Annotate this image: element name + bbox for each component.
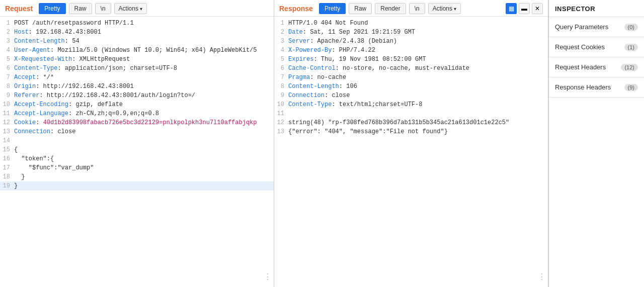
- line-number: 7: [274, 73, 288, 82]
- line-number: 18: [0, 172, 14, 181]
- response-n-btn[interactable]: \n: [409, 3, 425, 14]
- code-line: 10Accept-Encoding: gzip, deflate: [0, 100, 274, 109]
- response-render-btn[interactable]: Render: [375, 3, 406, 14]
- code-line: 1POST /auth/resetpassword HTTP/1.1: [0, 19, 274, 28]
- inspector-panel: INSPECTOR Query Parameters(0)Request Coo…: [548, 0, 644, 287]
- response-actions-btn[interactable]: Actions ▾: [428, 3, 461, 14]
- code-line: 13Connection: close: [0, 127, 274, 136]
- code-line: 13{"error": "404", "message":"File not f…: [274, 127, 548, 136]
- request-header: Request Pretty Raw \n Actions ▾: [0, 0, 274, 17]
- request-raw-btn[interactable]: Raw: [69, 3, 92, 14]
- inspector-item[interactable]: Query Parameters(0): [549, 17, 644, 37]
- code-line: 1HTTP/1.0 404 Not Found: [274, 19, 548, 28]
- line-content: Content-Length: [14, 37, 65, 46]
- line-content: : gzip, deflate: [68, 100, 123, 109]
- line-content: : 192.168.42.43:8001: [29, 28, 101, 37]
- code-line: 19}: [0, 181, 274, 190]
- code-line: 12string(48) "rp-f308fed768b396d7ab131b5…: [274, 118, 548, 127]
- line-content: : close: [50, 127, 75, 136]
- line-content: 40d1b2d83998fabacb726e5bc3d22129=pnlkpol…: [43, 118, 257, 127]
- code-line: 4X-Powered-By: PHP/7.4.22: [274, 46, 548, 55]
- chevron-down-icon: ▾: [140, 6, 142, 12]
- line-content: :: [36, 118, 43, 127]
- line-content: : close: [325, 91, 350, 100]
- response-code-area[interactable]: 1HTTP/1.0 404 Not Found2Date: Sat, 11 Se…: [274, 17, 548, 287]
- line-content: Accept-Encoding: [14, 100, 68, 109]
- request-pretty-btn[interactable]: Pretty: [39, 3, 65, 14]
- code-line: 10Content-Type: text/html;charset=UTF-8: [274, 100, 548, 109]
- inspector-item[interactable]: Response Headers(9): [549, 77, 644, 98]
- line-number: 6: [0, 64, 14, 73]
- line-content: Date: [288, 28, 303, 37]
- line-number: 3: [0, 37, 14, 46]
- line-number: 4: [274, 46, 288, 55]
- inspector-item[interactable]: Request Headers(12): [549, 57, 644, 77]
- line-number: 11: [274, 109, 288, 118]
- code-line: 11: [274, 109, 548, 118]
- request-n-btn[interactable]: \n: [95, 3, 111, 14]
- response-title: Response: [279, 5, 313, 13]
- line-number: 5: [274, 55, 288, 64]
- line-number: 3: [274, 37, 288, 46]
- code-line: 18 }: [0, 172, 274, 181]
- line-number: 13: [0, 127, 14, 136]
- line-content: HTTP/1.0 404 Not Found: [288, 19, 368, 28]
- line-content: Content-Length: [288, 82, 339, 91]
- response-raw-btn[interactable]: Raw: [349, 3, 372, 14]
- line-number: 10: [0, 100, 14, 109]
- request-panel: Request Pretty Raw \n Actions ▾ 1POST /a…: [0, 0, 274, 287]
- view-split-btn[interactable]: ▦: [506, 3, 517, 14]
- code-line: 11Accept-Language: zh-CN,zh;q=0.9,en;q=0…: [0, 109, 274, 118]
- line-content: : PHP/7.4.22: [332, 46, 375, 55]
- request-title: Request: [5, 5, 33, 13]
- request-code-area[interactable]: 1POST /auth/resetpassword HTTP/1.12Host:…: [0, 17, 274, 287]
- line-content: : 54: [65, 37, 79, 46]
- response-pretty-btn[interactable]: Pretty: [319, 3, 346, 14]
- code-line: 8Origin: http://192.168.42.43:8001: [0, 82, 274, 91]
- line-content: : http://192.168.42.43:8001: [36, 82, 133, 91]
- code-line: 3Content-Length: 54: [0, 37, 274, 46]
- line-content: : http://192.168.42.43:8001/auth/login?t…: [39, 91, 195, 100]
- view-close-btn[interactable]: ✕: [532, 3, 543, 14]
- line-content: Origin: [14, 82, 36, 91]
- inspector-item-label: Response Headers: [555, 83, 611, 91]
- view-single-btn[interactable]: ▬: [519, 3, 530, 14]
- line-number: 19: [0, 181, 14, 190]
- line-number: 17: [0, 163, 14, 172]
- line-number: 12: [0, 118, 14, 127]
- code-line: 9Connection: close: [274, 91, 548, 100]
- line-content: Host: [14, 28, 29, 37]
- line-number: 8: [0, 82, 14, 91]
- line-content: "token":{: [14, 154, 54, 163]
- line-number: 5: [0, 55, 14, 64]
- code-line: 6Content-Type: application/json; charset…: [0, 64, 274, 73]
- chevron-down-icon: ▾: [454, 6, 456, 12]
- line-number: 10: [274, 100, 288, 109]
- inspector-item-label: Request Cookies: [555, 43, 605, 51]
- line-content: X-Powered-By: [288, 46, 332, 55]
- line-content: X-Requested-With: [14, 55, 72, 64]
- line-number: 7: [0, 73, 14, 82]
- inspector-title: INSPECTOR: [549, 0, 644, 17]
- line-content: }: [14, 172, 25, 181]
- line-content: }: [14, 181, 18, 190]
- line-content: Referer: [14, 91, 39, 100]
- line-content: Connection: [288, 91, 325, 100]
- code-line: 14: [0, 136, 274, 145]
- request-actions-btn[interactable]: Actions ▾: [114, 3, 147, 14]
- inspector-item-label: Query Parameters: [555, 23, 608, 31]
- line-content: Server: [288, 37, 310, 46]
- line-number: 4: [0, 46, 14, 55]
- resize-handle[interactable]: ⋮: [264, 272, 272, 282]
- response-view-controls: ▦ ▬ ✕: [506, 3, 543, 14]
- resize-handle[interactable]: ⋮: [538, 272, 546, 282]
- code-line: 8Content-Length: 106: [274, 82, 548, 91]
- code-line: 4User-Agent: Mozilla/5.0 (Windows NT 10.…: [0, 46, 274, 55]
- line-content: : text/html;charset=UTF-8: [332, 100, 422, 109]
- line-content: Content-Type: [288, 100, 332, 109]
- code-line: 15{: [0, 145, 274, 154]
- line-number: 9: [0, 91, 14, 100]
- code-line: 17 "$func":"var_dump": [0, 163, 274, 172]
- inspector-item[interactable]: Request Cookies(1): [549, 37, 644, 57]
- code-line: 7Pragma: no-cache: [274, 73, 548, 82]
